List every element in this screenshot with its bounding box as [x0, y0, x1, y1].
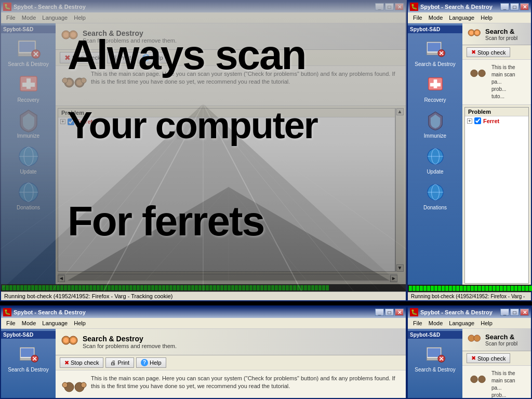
minimize-button-win2[interactable]: _: [500, 3, 509, 10]
print-button-win1[interactable]: 🖨 Print: [107, 52, 136, 63]
sidebar-item-update-win2[interactable]: Update: [408, 142, 462, 177]
sidebar-item-search-win1[interactable]: Search & Destroy: [1, 34, 56, 69]
progress-segment: [68, 285, 71, 290]
maximize-button-win3[interactable]: □: [385, 309, 394, 316]
close-button-win2[interactable]: ✕: [520, 3, 529, 10]
progress-segment: [249, 285, 252, 290]
menu-help-win4[interactable]: Help: [477, 319, 496, 327]
recovery-icon-win2: [423, 72, 448, 97]
close-button-win1[interactable]: ✕: [395, 3, 404, 10]
svg-point-23: [62, 78, 68, 83]
scroll-down-btn-win1[interactable]: ▼: [396, 264, 404, 272]
sidebar-label-update-win2: Update: [427, 169, 443, 175]
progress-segment: [289, 285, 292, 290]
expand-btn-win2[interactable]: +: [467, 118, 472, 124]
sidebar-item-recovery-win2[interactable]: Recovery: [408, 70, 462, 105]
progress-segment: [75, 285, 78, 290]
sidebar-item-search-win4[interactable]: Search & Destroy: [408, 340, 462, 375]
problem-row-ferret-win2: + Ferret: [465, 116, 528, 125]
menu-language-win3[interactable]: Language: [39, 319, 71, 327]
close-button-win4[interactable]: ✕: [520, 309, 529, 316]
progress-segment: [49, 285, 52, 290]
sidebar-label-search-win4: Search & Destroy: [415, 367, 455, 373]
progress-segment: [518, 286, 521, 291]
scrollbar-vertical-win1: ▲ ▼: [395, 108, 404, 272]
progress-segment: [220, 285, 223, 290]
svg-rect-26: [428, 43, 441, 51]
content-title-win2: Search &: [485, 28, 527, 35]
progress-segment: [217, 285, 220, 290]
minimize-button-win1[interactable]: _: [375, 3, 384, 10]
print-button-win3[interactable]: 🖨 Print: [105, 357, 134, 368]
sidebar-item-update-win1[interactable]: Update: [1, 142, 56, 177]
description-icon-win1: [62, 70, 87, 101]
menu-help-win1[interactable]: Help: [71, 14, 89, 22]
stop-check-button-win4[interactable]: ✖ Stop check: [467, 353, 510, 363]
sidebar-header-win1: Spybot-S&D: [1, 25, 56, 33]
expand-btn-win1[interactable]: +: [60, 119, 65, 124]
progress-segment: [89, 285, 92, 290]
scroll-left-btn-win1[interactable]: ◄: [58, 275, 65, 282]
sidebar-item-donations-win1[interactable]: Donations: [1, 178, 56, 212]
maximize-button-win2[interactable]: □: [510, 3, 519, 10]
content-header-icon-win1: [60, 25, 78, 47]
menu-help-win2[interactable]: Help: [477, 14, 496, 22]
stop-check-button-win1[interactable]: ✖ Stop check: [60, 52, 105, 63]
sidebar-win2: Spybot-S&D Search & Destroy Recovery Imm…: [408, 23, 462, 285]
donations-icon-win1: [16, 180, 41, 205]
sidebar-item-donations-win2[interactable]: Donations: [408, 178, 462, 212]
menu-help-win3[interactable]: Help: [71, 319, 89, 327]
progress-segment: [529, 286, 532, 291]
progress-segment: [206, 285, 209, 290]
sidebar-item-immunize-win2[interactable]: Immunize: [408, 106, 462, 141]
svg-point-69: [478, 376, 486, 383]
minimize-button-win4[interactable]: _: [500, 309, 509, 316]
menubar-win3: File Mode Language Help: [1, 318, 406, 329]
stop-check-button-win2[interactable]: ✖ Stop check: [467, 47, 510, 57]
sidebar-item-immunize-win1[interactable]: Immunize: [1, 106, 56, 141]
progress-segment: [271, 285, 274, 290]
minimize-button-win3[interactable]: _: [375, 309, 384, 316]
menu-mode-win1[interactable]: Mode: [19, 14, 39, 22]
menu-file-win3[interactable]: File: [3, 319, 19, 327]
help-button-win3[interactable]: ? Help: [136, 357, 166, 368]
menu-mode-win3[interactable]: Mode: [19, 319, 39, 327]
progress-segment: [453, 286, 456, 291]
menu-file-win1[interactable]: File: [3, 14, 19, 22]
svg-rect-1: [19, 42, 35, 52]
problem-checkbox-win1[interactable]: [68, 118, 74, 125]
progress-segment: [173, 285, 176, 290]
menu-mode-win4[interactable]: Mode: [425, 319, 446, 327]
menu-language-win1[interactable]: Language: [39, 14, 71, 22]
help-button-win1[interactable]: ? Help: [138, 52, 168, 63]
menu-file-win4[interactable]: File: [410, 319, 425, 327]
progress-segment: [286, 285, 289, 290]
sidebar-item-search-win3[interactable]: Search & Destroy: [1, 340, 56, 375]
sidebar-item-recovery-win1[interactable]: Recovery: [1, 70, 56, 105]
sidebar-item-search-win2[interactable]: Search & Destroy: [408, 34, 462, 69]
content-header-text-win1: Search & Destroy Scan for problems and r…: [83, 29, 402, 44]
progress-segment: [525, 286, 528, 291]
menu-language-win2[interactable]: Language: [446, 14, 477, 22]
scroll-track-win1[interactable]: [396, 115, 404, 264]
scroll-h-track-win1[interactable]: [65, 274, 390, 282]
scroll-up-btn-win1[interactable]: ▲: [396, 108, 404, 115]
menu-mode-win2[interactable]: Mode: [425, 14, 446, 22]
maximize-button-win4[interactable]: □: [510, 309, 519, 316]
progress-segment: [503, 286, 507, 291]
progress-segment: [474, 286, 477, 291]
progress-segment: [308, 285, 311, 290]
scroll-right-btn-win1[interactable]: ►: [390, 275, 397, 282]
menu-language-win4[interactable]: Language: [446, 319, 477, 327]
maximize-button-win1[interactable]: □: [385, 3, 394, 10]
problem-checkbox-win2[interactable]: [474, 117, 481, 124]
svg-point-24: [81, 78, 86, 83]
stop-check-button-win3[interactable]: ✖ Stop check: [60, 357, 103, 368]
menu-file-win2[interactable]: File: [410, 14, 425, 22]
content-header-win1: Search & Destroy Scan for problems and r…: [56, 23, 406, 50]
progress-segment: [184, 285, 187, 290]
progress-segment: [31, 285, 34, 290]
progress-segment: [97, 285, 100, 290]
close-button-win3[interactable]: ✕: [395, 309, 404, 316]
sidebar-win1: Spybot-S&D Search & Destroy Recovery Imm…: [1, 23, 56, 284]
